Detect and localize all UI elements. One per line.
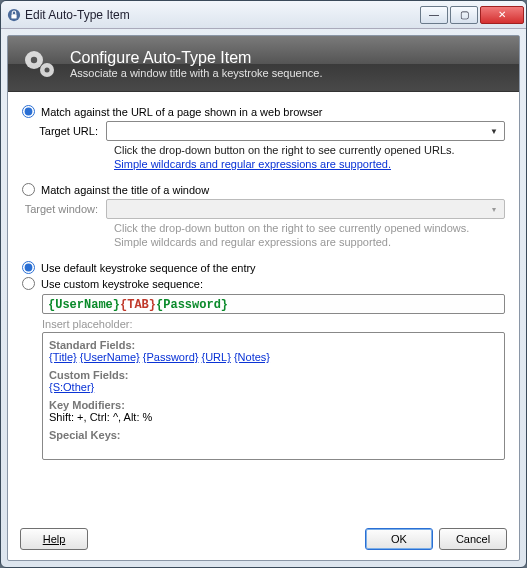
ph-mod-line: Shift: +, Ctrl: ^, Alt: %: [49, 411, 498, 423]
ph-sother[interactable]: {S:Other}: [49, 381, 94, 393]
banner-subtitle: Associate a window title with a keystrok…: [70, 67, 323, 79]
lock-icon: [7, 8, 21, 22]
gears-icon: [20, 44, 60, 84]
sequence-input[interactable]: {UserName}{TAB}{Password}: [42, 294, 505, 314]
insert-placeholder-label: Insert placeholder:: [42, 318, 505, 330]
seq-token-password: {Password}: [156, 298, 228, 312]
chevron-down-icon: ▾: [486, 202, 502, 216]
match-url-label: Match against the URL of a page shown in…: [41, 106, 322, 118]
match-title-label: Match against the title of a window: [41, 184, 209, 196]
placeholder-box[interactable]: Standard Fields: {Title} {UserName} {Pas…: [42, 332, 505, 460]
target-url-label: Target URL:: [22, 125, 106, 137]
target-url-combo[interactable]: ▼: [106, 121, 505, 141]
seq-token-tab: {TAB}: [120, 298, 156, 312]
match-title-radio[interactable]: [22, 183, 35, 196]
ph-password[interactable]: {Password}: [143, 351, 199, 363]
ph-head-special: Special Keys:: [49, 429, 498, 441]
ph-head-standard: Standard Fields:: [49, 339, 498, 351]
content: Match against the URL of a page shown in…: [8, 92, 519, 518]
close-button[interactable]: ✕: [480, 6, 524, 24]
ph-username[interactable]: {UserName}: [80, 351, 140, 363]
client-area: Configure Auto-Type Item Associate a win…: [7, 35, 520, 561]
svg-point-3: [31, 56, 37, 62]
footer: Help OK Cancel: [8, 518, 519, 560]
dialog-window: Edit Auto-Type Item — ▢ ✕ Configure Auto…: [0, 0, 527, 568]
seq-token-username: {UserName}: [48, 298, 120, 312]
window-title: Edit Auto-Type Item: [25, 8, 130, 22]
ph-head-custom: Custom Fields:: [49, 369, 498, 381]
ph-title[interactable]: {Title}: [49, 351, 77, 363]
chevron-down-icon: ▼: [486, 124, 502, 138]
url-hint: Click the drop-down button on the right …: [114, 144, 505, 156]
custom-seq-label: Use custom keystroke sequence:: [41, 278, 203, 290]
maximize-button[interactable]: ▢: [450, 6, 478, 24]
target-window-label: Target window:: [22, 203, 106, 215]
ok-button[interactable]: OK: [365, 528, 433, 550]
match-url-radio[interactable]: [22, 105, 35, 118]
ph-url[interactable]: {URL}: [202, 351, 231, 363]
ph-head-mod: Key Modifiers:: [49, 399, 498, 411]
ph-notes[interactable]: {Notes}: [234, 351, 270, 363]
default-seq-label: Use default keystroke sequence of the en…: [41, 262, 256, 274]
help-button[interactable]: Help: [20, 528, 88, 550]
banner: Configure Auto-Type Item Associate a win…: [8, 36, 519, 92]
custom-seq-radio[interactable]: [22, 277, 35, 290]
target-window-combo: ▾: [106, 199, 505, 219]
default-seq-radio[interactable]: [22, 261, 35, 274]
window-hint2: Simple wildcards and regular expressions…: [114, 236, 505, 248]
svg-point-5: [45, 67, 50, 72]
window-hint: Click the drop-down button on the right …: [114, 222, 505, 234]
titlebar[interactable]: Edit Auto-Type Item — ▢ ✕: [1, 1, 526, 29]
banner-title: Configure Auto-Type Item: [70, 49, 323, 67]
cancel-button[interactable]: Cancel: [439, 528, 507, 550]
wildcards-link[interactable]: Simple wildcards and regular expressions…: [114, 158, 391, 170]
svg-rect-1: [11, 14, 16, 18]
minimize-button[interactable]: —: [420, 6, 448, 24]
